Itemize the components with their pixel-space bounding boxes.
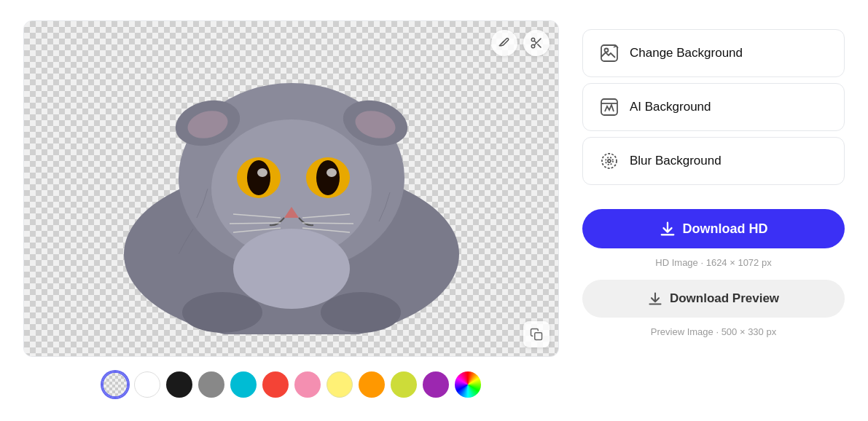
color-swatch-cyan[interactable] <box>230 371 257 398</box>
scissors-icon <box>530 36 543 50</box>
change-background-label: Change Background <box>630 46 743 60</box>
svg-point-34 <box>606 157 613 165</box>
svg-point-21 <box>321 292 401 333</box>
svg-rect-29 <box>601 45 617 61</box>
hd-info: HD Image · 1624 × 1072 px <box>582 257 845 268</box>
svg-line-27 <box>534 41 536 43</box>
color-swatch-gray[interactable] <box>198 371 224 398</box>
divider <box>582 197 845 197</box>
svg-point-30 <box>605 49 609 52</box>
change-background-button[interactable]: Change Background <box>582 29 845 77</box>
download-hd-label: Download HD <box>683 221 768 237</box>
color-swatch-black[interactable] <box>166 371 192 398</box>
color-swatch-red[interactable] <box>262 371 289 398</box>
color-swatch-orange[interactable] <box>359 371 385 398</box>
color-swatch-white[interactable] <box>134 371 160 398</box>
color-swatch-rainbow[interactable] <box>455 371 481 398</box>
svg-point-9 <box>257 168 267 177</box>
preview-info: Preview Image · 500 × 330 px <box>582 326 845 337</box>
color-swatch-yellow[interactable] <box>327 371 353 398</box>
svg-point-33 <box>602 154 617 168</box>
brush-button[interactable] <box>491 30 517 56</box>
blur-background-button[interactable]: Blur Background <box>582 137 845 185</box>
svg-point-35 <box>608 160 611 162</box>
ai-background-icon <box>598 95 621 119</box>
blur-background-icon <box>598 149 621 173</box>
color-swatch-transparent[interactable] <box>102 371 128 398</box>
color-swatch-pink[interactable] <box>294 371 321 398</box>
ai-background-button[interactable]: AI Background <box>582 83 845 131</box>
copy-button[interactable] <box>523 321 550 347</box>
app-container: Change Background AI Background <box>0 3 868 418</box>
magic-cut-button[interactable] <box>523 30 550 56</box>
svg-line-18 <box>302 223 353 224</box>
svg-point-22 <box>233 229 350 309</box>
toolbar-icons <box>491 30 550 56</box>
brush-icon <box>498 36 511 50</box>
svg-point-12 <box>327 168 337 177</box>
svg-point-20 <box>182 292 262 333</box>
svg-rect-28 <box>535 333 542 340</box>
canvas-area <box>23 20 559 401</box>
ai-background-label: AI Background <box>630 100 711 114</box>
image-wrapper <box>23 20 559 357</box>
svg-line-26 <box>538 44 541 47</box>
right-panel: Change Background AI Background <box>582 20 845 337</box>
svg-rect-31 <box>601 99 617 115</box>
svg-line-15 <box>230 223 281 224</box>
download-preview-label: Download Preview <box>670 291 779 306</box>
change-background-icon <box>598 42 621 65</box>
cat-image <box>24 21 558 356</box>
cat-svg <box>66 43 517 334</box>
download-hd-button[interactable]: Download HD <box>582 209 845 248</box>
svg-point-8 <box>247 160 270 195</box>
color-palette <box>23 369 559 401</box>
copy-icon <box>530 328 543 341</box>
download-preview-button[interactable]: Download Preview <box>582 280 845 318</box>
blur-background-label: Blur Background <box>630 154 722 168</box>
download-hd-icon <box>660 221 676 237</box>
color-swatch-lime[interactable] <box>391 371 417 398</box>
download-preview-icon <box>648 291 662 306</box>
svg-point-11 <box>316 160 340 195</box>
color-swatch-purple[interactable] <box>423 371 449 398</box>
